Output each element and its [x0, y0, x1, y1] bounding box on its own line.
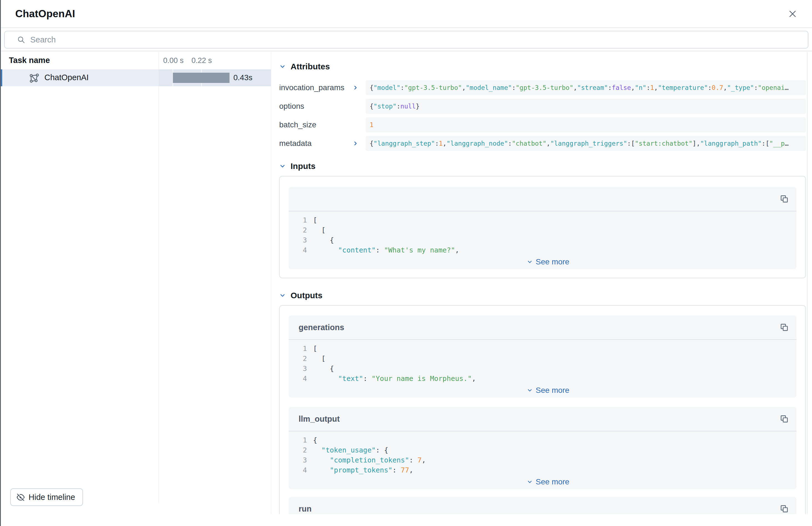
chevron-down-icon [527, 479, 533, 485]
attribute-key: invocation_params [279, 83, 344, 92]
task-row-chatopenai[interactable]: ChatOpenAI 0.43s [0, 69, 271, 86]
duration-label: 0.43s [233, 73, 252, 82]
attribute-key: metadata [279, 139, 311, 148]
duration-bar [173, 73, 230, 83]
close-icon [788, 9, 797, 18]
chevron-down-icon[interactable] [279, 163, 286, 170]
hide-timeline-label: Hide timeline [29, 493, 75, 502]
task-name-column-header: Task name [9, 56, 50, 65]
attribute-row-invocation-params: invocation_params {"model":"gpt-3.5-turb… [279, 80, 806, 95]
hide-timeline-button[interactable]: Hide timeline [10, 488, 83, 506]
attribute-value: {"model":"gpt-3.5-turbo","model_name":"g… [366, 80, 806, 95]
timeline-cell: 0.43s [158, 69, 271, 86]
code-line: 3 { [300, 364, 796, 374]
attribute-row-options: options {"stop":null} [279, 99, 806, 114]
see-more-button[interactable]: See more [300, 256, 796, 268]
trace-detail-panel: ChatOpenAI Task name 0.00 s 0.22 s [0, 0, 812, 526]
code-line: 1[ [300, 215, 796, 225]
search-box[interactable] [4, 31, 808, 48]
code-line: 3 "completion_tokens": 7, [300, 455, 796, 465]
copy-icon[interactable] [780, 194, 789, 203]
task-list-panel: Task name 0.00 s 0.22 s ChatOpenAI 0.43s [0, 52, 271, 514]
inputs-title: Inputs [291, 161, 316, 171]
code-line: 2 "token_usage": { [300, 445, 796, 455]
copy-icon[interactable] [780, 505, 789, 513]
timeline-tick-0: 0.00 s [163, 56, 184, 65]
search-icon [11, 35, 25, 44]
chevron-down-icon[interactable] [279, 63, 286, 70]
search-row [0, 29, 812, 51]
code-block-title: generations [299, 323, 344, 332]
expand-chevron-icon[interactable] [352, 85, 359, 91]
attribute-value: {"langgraph_step":1,"langgraph_node":"ch… [366, 136, 806, 151]
column-divider [158, 52, 159, 503]
close-button[interactable] [785, 7, 800, 21]
see-more-button[interactable]: See more [300, 476, 796, 488]
attribute-key: batch_size [279, 120, 316, 129]
expand-chevron-icon[interactable] [352, 141, 359, 146]
chevron-down-icon[interactable] [279, 292, 286, 299]
attributes-title: Attributes [291, 62, 330, 71]
copy-icon[interactable] [780, 414, 789, 423]
inputs-code-block: 1[ 2 [ 3 { 4 "content": "What's my name?… [289, 187, 796, 269]
chevron-down-icon [527, 387, 533, 393]
graph-node-icon [29, 72, 40, 84]
code-block-title: run [299, 505, 311, 513]
attributes-section-header[interactable]: Attributes [279, 61, 806, 72]
run-detail-content: Attributes invocation_params {"model":"g… [271, 51, 807, 514]
panel-left-edge [0, 0, 1, 526]
task-list-header: Task name 0.00 s 0.22 s [0, 52, 271, 69]
copy-icon[interactable] [780, 323, 789, 332]
code-line: 4 "content": "What's my name?", [300, 245, 796, 255]
code-line: 4 "prompt_tokens": 77, [300, 465, 796, 475]
page-title: ChatOpenAI [15, 8, 75, 20]
task-label: ChatOpenAI [44, 73, 89, 82]
chevron-down-icon [527, 259, 533, 265]
code-line: 2 [ [300, 225, 796, 235]
outputs-title: Outputs [291, 291, 322, 300]
inputs-section-header[interactable]: Inputs [279, 161, 806, 172]
code-line: 1[ [300, 344, 796, 354]
header: ChatOpenAI [0, 0, 812, 28]
code-line: 3 { [300, 235, 796, 245]
search-input[interactable] [30, 35, 808, 44]
attribute-key: options [279, 102, 304, 111]
generations-code-block: generations 1[ 2 [ 3 { 4 "text": "Your n… [289, 316, 796, 397]
outputs-section-header[interactable]: Outputs [279, 290, 806, 301]
attributes-table: invocation_params {"model":"gpt-3.5-turb… [279, 80, 806, 151]
code-line: 4 "text": "Your name is Morpheus.", [300, 374, 796, 384]
code-line: 1{ [300, 435, 796, 445]
llm-output-code-block: llm_output 1{ 2 "token_usage": { 3 "comp… [289, 407, 796, 489]
attribute-value: 1 [366, 117, 806, 132]
timeline-tick-1: 0.22 s [191, 56, 212, 65]
eye-off-icon [16, 493, 25, 501]
attribute-row-batch-size: batch_size 1 [279, 117, 806, 132]
see-more-button[interactable]: See more [300, 384, 796, 396]
outputs-card: generations 1[ 2 [ 3 { 4 "text": "Your n… [279, 305, 806, 514]
run-code-block: run [289, 497, 796, 514]
attribute-row-metadata: metadata {"langgraph_step":1,"langgraph_… [279, 136, 806, 151]
attribute-value: {"stop":null} [366, 99, 806, 114]
code-line: 2 [ [300, 354, 796, 364]
code-block-title: llm_output [299, 414, 340, 424]
scroll-area-edge [807, 52, 808, 514]
inputs-card: 1[ 2 [ 3 { 4 "content": "What's my name?… [279, 176, 806, 278]
